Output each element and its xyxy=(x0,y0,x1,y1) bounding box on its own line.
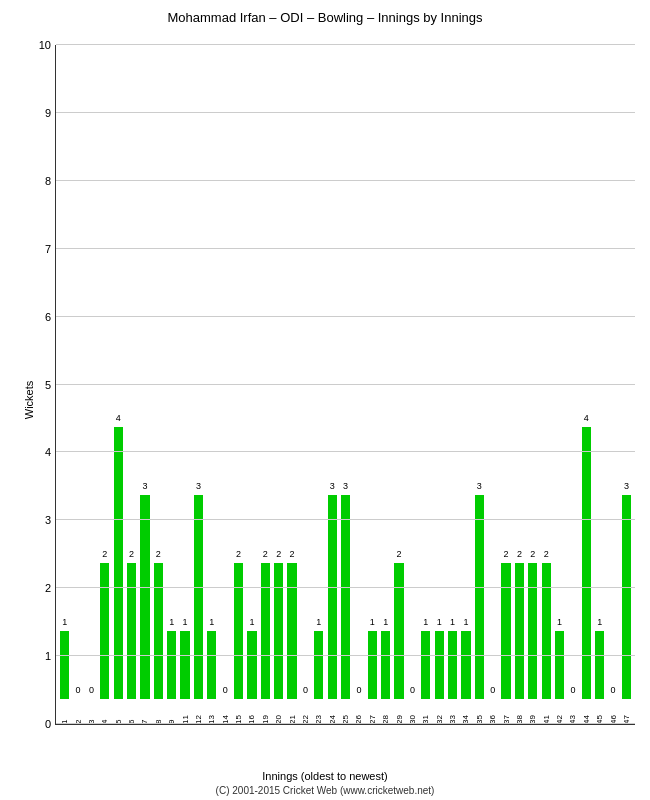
bar: 1 xyxy=(247,631,256,699)
bar: 1 xyxy=(595,631,604,699)
x-tick-label: 38 xyxy=(515,702,524,724)
bar-label: 3 xyxy=(624,481,629,491)
y-axis-label: Wickets xyxy=(23,381,35,420)
bar-label: 2 xyxy=(544,549,549,559)
bar-label: 3 xyxy=(477,481,482,491)
bar-label: 1 xyxy=(370,617,375,627)
bar-label: 0 xyxy=(223,685,228,695)
y-tick-label: 9 xyxy=(45,107,51,119)
x-tick-label: 20 xyxy=(274,702,283,724)
bar-group: 335 xyxy=(473,45,486,724)
bar: 3 xyxy=(341,495,350,699)
bar-group: 134 xyxy=(459,45,472,724)
x-tick-label: 2 xyxy=(74,702,83,724)
x-tick-label: 5 xyxy=(114,702,123,724)
y-tick-label: 8 xyxy=(45,175,51,187)
grid-line: 2 xyxy=(56,587,635,588)
bar-group: 241 xyxy=(540,45,553,724)
bar-label: 2 xyxy=(102,549,107,559)
bar-label: 2 xyxy=(290,549,295,559)
bar-group: 030 xyxy=(406,45,419,724)
x-tick-label: 35 xyxy=(475,702,484,724)
y-tick-label: 10 xyxy=(39,39,51,51)
bar: 1 xyxy=(368,631,377,699)
grid-line: 5 xyxy=(56,384,635,385)
bar: 4 xyxy=(582,427,591,699)
bar-label: 0 xyxy=(611,685,616,695)
bar-label: 3 xyxy=(142,481,147,491)
x-tick-label: 33 xyxy=(448,702,457,724)
bar-group: 127 xyxy=(366,45,379,724)
bar-label: 1 xyxy=(316,617,321,627)
x-tick-label: 23 xyxy=(314,702,323,724)
bar-label: 1 xyxy=(62,617,67,627)
bar: 1 xyxy=(167,631,176,699)
bar-group: 45 xyxy=(112,45,125,724)
bar: 2 xyxy=(528,563,537,699)
grid-line: 9 xyxy=(56,112,635,113)
bar: 2 xyxy=(234,563,243,699)
y-tick-label: 4 xyxy=(45,446,51,458)
bar-group: 131 xyxy=(419,45,432,724)
x-tick-label: 21 xyxy=(288,702,297,724)
bar-label: 2 xyxy=(263,549,268,559)
bar: 3 xyxy=(140,495,149,699)
bar-label: 0 xyxy=(490,685,495,695)
bar: 2 xyxy=(261,563,270,699)
bar-group: 036 xyxy=(486,45,499,724)
bar: 1 xyxy=(180,631,189,699)
bar-label: 2 xyxy=(156,549,161,559)
grid-line: 7 xyxy=(56,248,635,249)
bar-group: 215 xyxy=(232,45,245,724)
y-tick-label: 0 xyxy=(45,718,51,730)
bar-label: 1 xyxy=(383,617,388,627)
bar: 1 xyxy=(461,631,470,699)
bar-label: 0 xyxy=(356,685,361,695)
x-tick-label: 29 xyxy=(395,702,404,724)
bar-label: 2 xyxy=(397,549,402,559)
bar-label: 1 xyxy=(169,617,174,627)
bar-label: 2 xyxy=(276,549,281,559)
bar: 2 xyxy=(154,563,163,699)
x-tick-label: 27 xyxy=(368,702,377,724)
bar-group: 116 xyxy=(245,45,258,724)
bar-group: 312 xyxy=(192,45,205,724)
x-tick-label: 12 xyxy=(194,702,203,724)
bar-group: 37 xyxy=(138,45,151,724)
bar-label: 1 xyxy=(183,617,188,627)
y-tick-label: 5 xyxy=(45,379,51,391)
x-tick-label: 45 xyxy=(595,702,604,724)
bar-label: 1 xyxy=(437,617,442,627)
bar-group: 014 xyxy=(219,45,232,724)
grid-line: 0 xyxy=(56,723,635,724)
x-tick-label: 28 xyxy=(381,702,390,724)
y-tick-label: 3 xyxy=(45,514,51,526)
bar: 3 xyxy=(475,495,484,699)
y-tick-label: 1 xyxy=(45,650,51,662)
x-axis-label: Innings (oldest to newest) xyxy=(0,770,650,782)
bar: 2 xyxy=(542,563,551,699)
bar-group: 219 xyxy=(259,45,272,724)
bar: 3 xyxy=(622,495,631,699)
bar-group: 03 xyxy=(85,45,98,724)
bar-group: 221 xyxy=(285,45,298,724)
grid-line: 8 xyxy=(56,180,635,181)
x-tick-label: 22 xyxy=(301,702,310,724)
bar-group: 11 xyxy=(58,45,71,724)
x-tick-label: 43 xyxy=(568,702,577,724)
bar-label: 3 xyxy=(330,481,335,491)
x-tick-label: 42 xyxy=(555,702,564,724)
bar-group: 046 xyxy=(606,45,619,724)
y-tick-label: 6 xyxy=(45,311,51,323)
bar-group: 324 xyxy=(326,45,339,724)
bar-label: 0 xyxy=(303,685,308,695)
bar-group: 28 xyxy=(152,45,165,724)
bar-label: 2 xyxy=(129,549,134,559)
bar: 4 xyxy=(114,427,123,699)
bar-group: 133 xyxy=(446,45,459,724)
bar: 2 xyxy=(287,563,296,699)
x-tick-label: 30 xyxy=(408,702,417,724)
bar-group: 325 xyxy=(339,45,352,724)
bar: 2 xyxy=(515,563,524,699)
grid-line: 1 xyxy=(56,655,635,656)
